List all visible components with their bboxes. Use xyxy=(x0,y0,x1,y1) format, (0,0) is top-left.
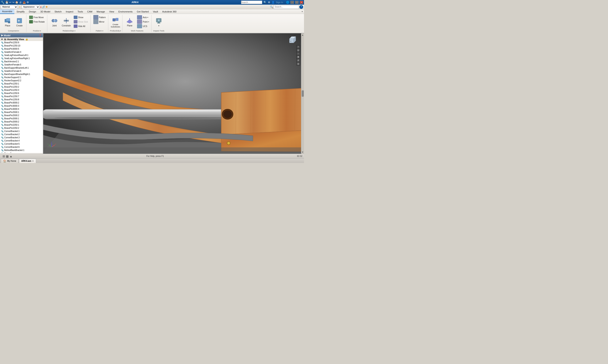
tree-item[interactable]: 🔩BrassPin2500:1 xyxy=(0,111,43,114)
constrain-button[interactable]: Constrain xyxy=(61,15,72,29)
tree-item[interactable]: 🔩BehindBackBracket:1 xyxy=(0,149,43,152)
tree-item[interactable]: 🔩CornerBracket:6 xyxy=(0,145,43,149)
plane-button[interactable]: Plane xyxy=(124,15,135,29)
customize-icon[interactable]: ⚙ xyxy=(26,1,29,4)
tree-item[interactable]: 🔩BrassPin2500:2 xyxy=(0,114,43,117)
menu-cam[interactable]: CAM xyxy=(85,9,94,14)
assembly-view-header[interactable]: ▼ 🗂 Assembly View 🔒 xyxy=(0,37,43,41)
relationships-group-label[interactable]: Relationships ▾ xyxy=(49,29,89,32)
search-box[interactable] xyxy=(241,1,262,4)
menu-manage[interactable]: Manage xyxy=(94,9,107,14)
tree-item[interactable]: 🔩BrassPin3000:4 xyxy=(0,107,43,111)
help-btn[interactable]: ? xyxy=(299,5,303,9)
tree-item[interactable]: 🔩BrassPin3000:2 xyxy=(0,101,43,104)
redo-icon[interactable]: ↪ xyxy=(12,1,14,4)
menu-get-started[interactable]: Get Started xyxy=(135,9,151,14)
home-tab[interactable]: 🏠 My Home xyxy=(1,159,19,163)
mirror-button[interactable]: Mirror xyxy=(92,20,107,24)
tree-item[interactable]: 🔩SeatLegFixtureRearLeft:1 xyxy=(0,54,43,57)
tree-item[interactable]: 🔩SeatArmFemale:5 xyxy=(0,63,43,66)
free-rotate-button[interactable]: Free Rotate xyxy=(28,20,46,24)
tree-item[interactable]: 🔩BrassPin3000:5 xyxy=(0,47,43,51)
look-btn[interactable]: ◎ xyxy=(297,62,300,65)
place-button[interactable]: Place xyxy=(2,15,13,29)
pattern-button[interactable]: Pattern xyxy=(92,15,107,19)
pan-btn[interactable]: ✥ xyxy=(297,55,300,58)
quick-save-icon[interactable]: 💾 xyxy=(5,1,8,4)
print-icon[interactable]: 🖨 xyxy=(19,1,22,4)
tree-item[interactable]: 🔩BrassPin1250:10 xyxy=(0,44,43,47)
zoom-fit-btn[interactable]: ⊡ xyxy=(297,49,300,52)
tree-item[interactable]: 🔩RockerSupport2:1 xyxy=(0,76,43,79)
tree-item[interactable]: 🔩BackSupportBracketLeft:1 xyxy=(0,66,43,69)
orbit-btn[interactable]: ↺ xyxy=(297,59,300,62)
menu-inspect[interactable]: Inspect xyxy=(64,9,75,14)
publish-icon[interactable]: 📤 xyxy=(23,1,26,4)
view-tools-button[interactable]: ▾ xyxy=(153,15,164,29)
tree-item[interactable]: 🔩BrassPin3000:3 xyxy=(0,104,43,107)
tree-item[interactable]: 🔩BrassPin2250:1 xyxy=(0,123,43,127)
tree-item[interactable]: 🔩CornerBracket:1 xyxy=(0,130,43,133)
tree-item[interactable]: 🔩BrassPin1250:8 xyxy=(0,98,43,101)
tree-item[interactable]: 🔩CornerBracket:4 xyxy=(0,139,43,142)
menu-design[interactable]: Design xyxy=(27,9,38,14)
point-dropdown[interactable]: ▾ xyxy=(148,21,149,23)
pattern-group-label[interactable]: Pattern ▾ xyxy=(92,29,107,32)
model-tree-scroll[interactable]: 🔩BrassPin1250:9🔩BrassPin1250:10🔩BrassPin… xyxy=(0,41,43,153)
material-selector[interactable]: Material xyxy=(1,5,18,9)
layout-icon[interactable]: ▦ xyxy=(6,155,9,158)
close-button[interactable]: ✕ xyxy=(300,1,303,4)
productivity-group-label[interactable]: Productivity ▾ xyxy=(110,29,121,32)
scroll-down-arrow[interactable]: ▼ xyxy=(302,151,304,153)
tree-item[interactable]: 🔩BrassPin2250:2 xyxy=(0,127,43,130)
viewport-scrollbar[interactable]: ▲ ▼ xyxy=(301,33,304,154)
scrollbar-thumb[interactable] xyxy=(302,90,304,97)
create-button[interactable]: + Create xyxy=(14,15,25,29)
tree-item[interactable]: 🔩SeatLegFixtureRearRight:1 xyxy=(0,57,43,60)
appearance-selector[interactable]: Appearance xyxy=(22,5,40,9)
tree-item[interactable]: 🔩BrassPin1250:1 xyxy=(0,82,43,85)
tree-item[interactable]: 🔩CornerBracket:2 xyxy=(0,133,43,136)
tree-item[interactable]: 🔩BrassPin1250:6 xyxy=(0,92,43,95)
search-input[interactable] xyxy=(274,5,299,9)
file-tab[interactable]: ARK4.iam ✕ xyxy=(19,159,36,163)
zoom-out-btn[interactable]: − xyxy=(297,52,300,55)
scroll-up-arrow[interactable]: ▲ xyxy=(302,34,304,36)
zoom-in-btn[interactable]: + xyxy=(297,45,300,48)
settings-icon[interactable]: ⚙ xyxy=(268,1,270,4)
tree-item[interactable]: 🔩BrassPin1250:9 xyxy=(0,41,43,44)
maximize-button[interactable]: □ xyxy=(295,1,298,4)
tree-item[interactable]: 🔩BrassPin1250:2 xyxy=(0,85,43,89)
tree-item[interactable]: 🔩Spine:2 xyxy=(0,152,43,153)
menu-3dmodel[interactable]: 3D Model xyxy=(38,9,52,14)
menu-vault[interactable]: Vault xyxy=(151,9,160,14)
navigation-cube[interactable]: F xyxy=(288,36,297,44)
home-icon[interactable]: 🏠 xyxy=(15,1,18,4)
menu-simplify[interactable]: Simplify xyxy=(14,9,27,14)
menu-tools[interactable]: Tools xyxy=(75,9,85,14)
show-button[interactable]: Show xyxy=(73,15,89,19)
tree-item[interactable]: 🔩BackSupportBracketRight:1 xyxy=(0,73,43,76)
tree-item[interactable]: 🔩BrassPin2000:2 xyxy=(0,120,43,123)
tree-item[interactable]: 🔩RockerSupport2:2 xyxy=(0,79,43,82)
joint-button[interactable]: Joint xyxy=(49,15,60,29)
point-button[interactable]: Point ▾ xyxy=(136,20,150,24)
view-icon[interactable]: ⊞ xyxy=(2,155,5,158)
menu-environments[interactable]: Environments xyxy=(116,9,135,14)
ribbon-toggle[interactable]: ▾ xyxy=(300,10,304,13)
menu-assemble[interactable]: Assemble xyxy=(0,9,14,14)
tree-item[interactable]: 🔩CornerBracket:5 xyxy=(0,142,43,145)
undo-icon[interactable]: ↩ xyxy=(9,1,11,4)
model-panel-help-icon[interactable]: ❓ xyxy=(39,34,42,37)
menu-sketch[interactable]: Sketch xyxy=(52,9,64,14)
search-icon[interactable]: 🔍 xyxy=(263,1,267,4)
ucs-button[interactable]: UCS xyxy=(136,24,150,28)
viewport[interactable]: F + ⊡ − ✥ ↺ ◎ X Y Z xyxy=(43,33,301,154)
up-icon[interactable]: ▲ xyxy=(10,155,13,158)
tree-item[interactable]: 🔩BrassPin2000:1 xyxy=(0,117,43,120)
show-sick-button[interactable]: Show Sick xyxy=(73,20,89,24)
sign-in-btn[interactable]: Sign In xyxy=(276,1,283,4)
tree-item[interactable]: 🔩BrassPin1250:7 xyxy=(0,95,43,98)
hide-all-button[interactable]: Hide All xyxy=(73,24,89,28)
minimize-button[interactable]: − xyxy=(290,1,294,4)
